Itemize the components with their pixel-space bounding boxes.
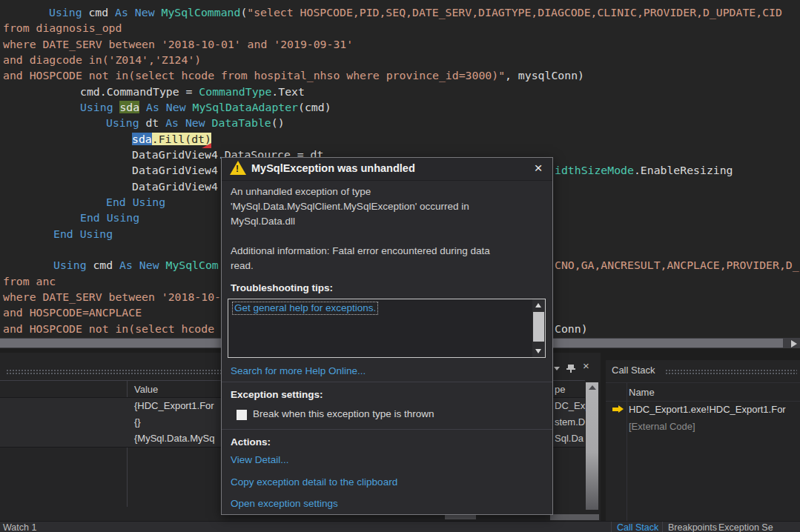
code-line: Using cmd As New MySqlCom (53, 257, 219, 273)
scroll-down-icon[interactable] (535, 349, 541, 353)
watch-value[interactable]: {MySql.Data.MySq (134, 433, 214, 444)
code-line: where DATE_SERV between '2018-10- (3, 289, 221, 305)
code-line: and diagcode in('Z014','Z124') (3, 52, 201, 67)
watch-value[interactable]: {HDC_Export1.For (134, 400, 214, 411)
scrollbar-thumb[interactable] (533, 312, 544, 342)
code-line: idthSizeMode.EnableResizing (555, 162, 733, 178)
code-line: and HOSPCODE=ANCPLACE (3, 305, 142, 320)
watch-value[interactable]: {} (134, 416, 141, 428)
view-detail-link[interactable]: View Detail... (231, 454, 289, 465)
code-line: where DATE_SERV between '2018-10-01' and… (3, 36, 353, 52)
watch-type-header[interactable]: pe (555, 384, 565, 395)
code-line: Using sda As New MySqlDataAdapter(cmd) (80, 99, 331, 115)
scroll-up-icon[interactable] (589, 385, 596, 390)
callstack-name-header[interactable]: Name (629, 387, 655, 398)
scrollbar-corner (550, 514, 599, 520)
watch-type: Sql.Da (555, 433, 584, 444)
divider (222, 382, 552, 382)
search-help-online-link[interactable]: Search for more Help Online... (231, 365, 366, 376)
watch-value-header[interactable]: Value (134, 384, 158, 395)
watch-vertical-scrollbar[interactable] (586, 382, 598, 510)
tab-call-stack[interactable]: Call Stack (617, 522, 658, 532)
code-line: from anc (3, 273, 56, 289)
exception-dialog-header: ! MySqlException was unhandled × (222, 158, 552, 181)
watch-type: stem.D (555, 416, 585, 428)
close-icon[interactable]: × (583, 362, 589, 370)
chevron-down-icon[interactable] (554, 367, 560, 370)
troubleshooting-tips-label: Troubleshooting tips: (231, 282, 333, 293)
watch-hscroll-thumb[interactable] (445, 515, 476, 519)
exception-dialog-title: MySqlException was unhandled (251, 162, 415, 174)
code-line: DataGridView4 (132, 179, 218, 194)
actions-label: Actions: (231, 436, 271, 448)
open-exception-settings-link[interactable]: Open exception settings (231, 498, 338, 509)
code-line: Conn) (555, 321, 588, 336)
callstack-panel: Call Stack Name HDC_Export1.exe!HDC_Expo… (606, 360, 800, 521)
current-frame-arrow-icon (612, 408, 618, 411)
tab-watch-1[interactable]: Watch 1 (3, 522, 36, 532)
pin-icon[interactable] (568, 365, 577, 373)
callstack-row[interactable]: [External Code] (606, 419, 800, 436)
code-line: DataGridView4 (132, 162, 218, 178)
tab-exception-settings[interactable]: Exception Se (718, 522, 773, 532)
callstack-frame-name: [External Code] (629, 421, 695, 432)
vs-debugger-screen: Using cmd As New MySqlCommand("select HO… (0, 0, 800, 532)
break-on-exception-checkbox[interactable] (237, 410, 247, 420)
troubleshooting-tips-box: Get general help for exceptions. (228, 299, 546, 358)
code-line: Using cmd As New MySqlCommand("select HO… (49, 4, 782, 20)
copy-exception-link[interactable]: Copy exception detail to the clipboard (231, 476, 397, 488)
callstack-frame-name: HDC_Export1.exe!HDC_Export1.For (629, 404, 786, 415)
tips-scrollbar[interactable] (532, 299, 545, 357)
code-line: End Using (53, 226, 113, 242)
get-general-help-link[interactable]: Get general help for exceptions. (232, 302, 378, 315)
code-line: cmd.CommandType = CommandType.Text (80, 84, 305, 99)
close-icon[interactable]: × (530, 159, 546, 177)
exception-statement-marker (202, 143, 211, 148)
code-line: End Using (80, 210, 139, 225)
exception-dialog: ! MySqlException was unhandled × An unha… (221, 157, 553, 515)
code-line: and HOSPCODE not in(select hcode (3, 321, 221, 336)
divider (222, 429, 552, 430)
break-on-exception-label: Break when this exception type is thrown (253, 408, 434, 419)
tool-window-tabstrip: Watch 1 Call Stack Breakpoints Exception… (0, 521, 800, 532)
exception-settings-label: Exception settings: (231, 389, 323, 400)
code-line: Using dt As New DataTable() (106, 115, 285, 130)
callstack-titlebar-grip (665, 369, 797, 374)
callstack-title: Call Stack (612, 365, 655, 376)
tab-divider (662, 522, 663, 532)
divider (606, 382, 800, 383)
scroll-up-icon[interactable] (535, 303, 541, 307)
code-line: End Using (106, 194, 165, 210)
scroll-right-icon[interactable] (791, 340, 797, 348)
warning-icon: ! (230, 161, 246, 175)
callstack-row[interactable]: HDC_Export1.exe!HDC_Export1.For (606, 402, 800, 419)
code-line: and HOSPCODE not in(select hcode from ho… (3, 67, 584, 83)
exception-additional-info: Additional information: Fatal error enco… (231, 244, 542, 273)
exception-message: An unhandled exception of type 'MySql.Da… (231, 184, 542, 229)
tab-breakpoints[interactable]: Breakpoints (668, 522, 717, 532)
code-line: CNO,GA,ANCRESULT,ANCPLACE,PROVIDER,D_ (555, 257, 799, 273)
tab-divider (611, 522, 612, 532)
code-line: sda.Fill(dt) (132, 131, 211, 147)
code-line: from diagnosis_opd (3, 20, 122, 36)
